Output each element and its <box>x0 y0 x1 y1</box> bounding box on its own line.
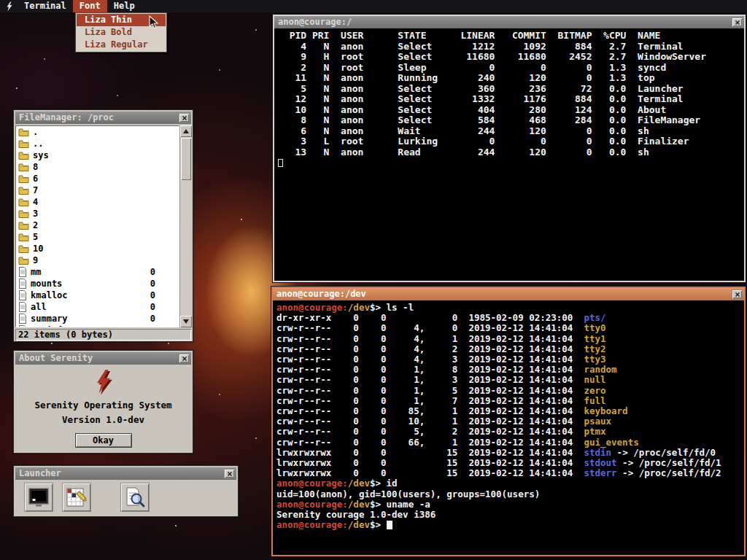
file-name: 5 <box>33 231 38 243</box>
about-line-2: Version 1.0-dev <box>62 413 144 427</box>
close-icon[interactable] <box>179 113 190 122</box>
block-cursor <box>387 521 392 529</box>
file-name: mm <box>31 266 41 278</box>
file-name: kmalloc <box>31 289 68 301</box>
launcher-window: Launcher <box>13 465 239 517</box>
file-size: 0 <box>150 289 176 301</box>
about-line-1: Serenity Operating System <box>34 398 171 413</box>
list-item[interactable]: 3 <box>16 208 179 219</box>
folder-icon <box>18 221 29 230</box>
titlebar-filemanager[interactable]: FileManager: /proc <box>15 112 191 124</box>
file-name: . <box>33 126 38 138</box>
file-size: 0 <box>150 278 176 289</box>
file-icon <box>18 279 27 289</box>
window-title: Launcher <box>19 467 224 480</box>
file-size: 0 <box>150 266 176 278</box>
titlebar-shell[interactable]: anon@courage:/dev <box>273 288 744 300</box>
list-item[interactable]: sys <box>16 149 179 161</box>
list-item[interactable]: 4 <box>16 196 179 208</box>
close-icon[interactable] <box>732 289 743 299</box>
list-item[interactable]: 8 <box>16 161 179 173</box>
serenity-bolt-logo <box>94 369 113 398</box>
list-item[interactable]: kmalloc0 <box>16 289 179 301</box>
file-name: 6 <box>33 173 38 184</box>
terminal-window-dev: anon@courage:/dev anon@courage:/dev$> ls… <box>271 287 746 556</box>
scroll-down-button[interactable] <box>180 316 192 327</box>
folder-icon <box>18 209 29 219</box>
folder-icon <box>18 139 29 149</box>
folder-icon <box>18 233 29 242</box>
file-name: cpuinfo <box>31 324 68 327</box>
folder-icon <box>18 256 29 265</box>
status-bar: 22 items (0 bytes) <box>15 329 191 341</box>
file-name: 2 <box>33 219 38 231</box>
window-title: About Serenity <box>19 352 179 365</box>
menu-item-liza-regular[interactable]: Liza Regular <box>77 39 166 51</box>
list-item[interactable]: summary0 <box>16 313 179 324</box>
file-name: 8 <box>33 161 38 173</box>
folder-icon <box>18 128 29 137</box>
magnifier-icon <box>124 486 146 508</box>
file-list: . .. sys 8 6 7 4 3 2 5 10 9 mm0 mounts0 <box>15 125 179 327</box>
file-name: mounts <box>31 278 62 289</box>
launcher-fonteditor-button[interactable] <box>62 483 91 512</box>
menubar: TerminalFontHelp <box>0 0 747 12</box>
file-name: sys <box>33 149 49 161</box>
file-size: 0 <box>150 313 176 324</box>
file-name: all <box>31 301 47 313</box>
font-editor-icon <box>66 486 88 508</box>
list-item[interactable]: mm0 <box>16 266 179 278</box>
list-item[interactable]: 10 <box>16 243 179 254</box>
file-name: .. <box>33 138 43 149</box>
terminal-icon <box>28 486 50 508</box>
list-item[interactable]: cpuinfo <box>16 324 179 327</box>
file-size: 0 <box>150 301 176 313</box>
serenity-logo-icon[interactable] <box>4 1 18 12</box>
menu-font[interactable]: Font <box>73 0 107 12</box>
process-output[interactable]: PID PRI USER STATE LINEAR COMMIT BITMAP … <box>274 28 744 281</box>
folder-icon <box>18 163 29 172</box>
menu-terminal[interactable]: Terminal <box>18 0 73 12</box>
file-icon <box>18 267 27 277</box>
list-item[interactable]: 9 <box>16 254 179 266</box>
file-name: 7 <box>33 184 38 196</box>
scrollbar-thumb[interactable] <box>181 138 191 180</box>
file-icon <box>18 290 27 300</box>
titlebar-launcher[interactable]: Launcher <box>15 467 236 480</box>
about-window: About Serenity Serenity Operating System… <box>13 350 193 454</box>
file-name: 4 <box>33 196 38 208</box>
shell-output[interactable]: anon@courage:/dev$> ls -l dr-xr-xr-x 0 0… <box>273 300 744 555</box>
list-item[interactable]: 7 <box>16 184 179 196</box>
close-icon[interactable] <box>732 18 743 27</box>
list-item[interactable]: all0 <box>16 301 179 313</box>
folder-icon <box>18 244 29 254</box>
window-title: anon@courage:/ <box>278 16 732 28</box>
file-icon <box>18 325 27 327</box>
window-title: anon@courage:/dev <box>276 288 732 300</box>
list-item[interactable]: mounts0 <box>16 278 179 289</box>
close-icon[interactable] <box>179 354 190 363</box>
list-item[interactable]: 5 <box>16 231 179 243</box>
launcher-filesearch-button[interactable] <box>120 483 150 512</box>
list-item[interactable]: . <box>16 126 179 138</box>
mouse-cursor <box>149 15 158 32</box>
scrollbar <box>179 125 191 327</box>
scroll-up-button[interactable] <box>180 125 192 137</box>
folder-icon <box>18 186 29 195</box>
folder-icon <box>18 151 29 160</box>
list-item[interactable]: .. <box>16 138 179 149</box>
okay-button[interactable]: Okay <box>75 433 132 448</box>
folder-icon <box>18 174 29 184</box>
list-item[interactable]: 6 <box>16 173 179 184</box>
list-item[interactable]: 2 <box>16 219 179 231</box>
close-icon[interactable] <box>224 469 235 478</box>
menu-help[interactable]: Help <box>107 0 142 12</box>
folder-icon <box>18 198 29 207</box>
launcher-terminal-button[interactable] <box>24 483 53 512</box>
hollow-cursor <box>278 159 283 167</box>
titlebar-process[interactable]: anon@courage:/ <box>274 16 744 28</box>
file-icon <box>18 314 27 324</box>
menubar-items: TerminalFontHelp <box>18 0 142 12</box>
titlebar-about[interactable]: About Serenity <box>15 352 191 365</box>
terminal-window-top: anon@courage:/ PID PRI USER STATE LINEAR… <box>273 15 746 282</box>
